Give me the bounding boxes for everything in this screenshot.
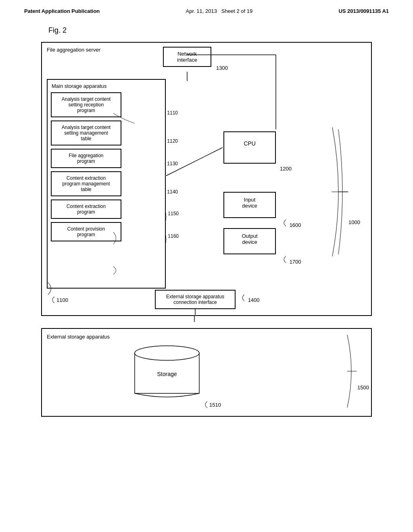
ref-1510-area: 1510: [201, 401, 221, 409]
ext-storage-interface-label: External storage apparatusconnection int…: [166, 294, 224, 305]
ref-1500-area: 1500: [345, 333, 369, 409]
bracket-1400-icon: [238, 294, 246, 302]
prog-1140-text: Content extractionprogram managementtabl…: [62, 175, 110, 192]
prog-1120-text: Analysis target contentsetting managemen…: [62, 125, 111, 141]
prog-1140: Content extractionprogram managementtabl…: [51, 171, 121, 196]
prog-1130-text: File aggregationprogram: [69, 153, 103, 164]
input-device-label: Inputdevice: [242, 197, 257, 209]
prog-1150-text: Content extractionprogram: [67, 204, 106, 215]
ref-1100-area: 1100: [48, 296, 68, 304]
input-device-box: Inputdevice: [223, 192, 276, 218]
header-left: Patent Application Publication: [24, 8, 100, 14]
ref-1130: 1130: [167, 161, 178, 166]
ext-storage-box: External storage apparatus Storage 1510: [41, 328, 372, 417]
ref-1400-text: 1400: [248, 297, 260, 303]
prog-1150: Content extractionprogram: [51, 200, 121, 219]
main-storage-box: Main storage apparatus Analysis target c…: [47, 79, 166, 289]
ref-1000-area: 1000: [336, 127, 360, 256]
ref-1160: 1160: [168, 233, 179, 239]
prog-box-1110: Analysis target contentsetting reception…: [51, 92, 162, 117]
bracket-1500-icon: [345, 333, 357, 409]
prog-box-1150: Content extractionprogram } 1150: [51, 200, 162, 219]
ref-1700: 1700: [280, 256, 301, 265]
ref-1120: 1120: [167, 138, 178, 144]
prog-1160-text: Content provisionprogram: [67, 226, 105, 237]
ref-1500: 1500: [357, 384, 369, 391]
ref-1510: 1510: [209, 402, 221, 408]
ref-1600-text: 1600: [290, 222, 301, 228]
fig-label: Fig. 2: [48, 26, 389, 35]
header-center: Apr. 11, 2013 Sheet 2 of 19: [186, 8, 253, 14]
prog-1130: File aggregationprogram: [51, 149, 121, 168]
server-box: File aggregation server: [41, 42, 372, 316]
ref-1700-text: 1700: [290, 259, 301, 265]
cpu-label: CPU: [244, 140, 256, 147]
ext-storage-label: External storage apparatus: [47, 334, 110, 340]
ref-1300: 1300: [216, 65, 228, 71]
bracket-1600-icon: [280, 219, 288, 227]
prog-1160: Content provisionprogram: [51, 222, 121, 241]
prog-box-1160: Content provisionprogram } 1160: [51, 222, 162, 241]
inter-box-connector: [41, 316, 372, 322]
bracket-1700-icon: [280, 256, 288, 264]
ref-1400: 1400: [238, 294, 260, 303]
header: Patent Application Publication Apr. 11, …: [24, 8, 389, 14]
svg-point-9: [135, 346, 199, 360]
output-device-label: Outputdevice: [242, 233, 257, 245]
prog-1110: Analysis target contentsetting reception…: [51, 92, 121, 117]
ext-storage-interface-box: External storage apparatusconnection int…: [155, 290, 236, 309]
bracket-1150: }: [165, 212, 167, 220]
bracket-1160: }: [165, 234, 167, 243]
diagram: File aggregation server: [41, 42, 372, 417]
page: Patent Application Publication Apr. 11, …: [0, 0, 413, 425]
bracket-1000-icon: [336, 127, 348, 256]
ref-1150: 1150: [168, 211, 179, 216]
prog-1110-text: Analysis target contentsetting reception…: [62, 96, 111, 113]
bracket-1100-icon: [48, 296, 56, 304]
header-right: US 2013/0091135 A1: [338, 8, 389, 14]
output-device-box: Outputdevice: [223, 228, 276, 254]
ref-1100: 1100: [56, 297, 68, 303]
network-interface-box: Networkinterface: [163, 47, 211, 67]
main-storage-label: Main storage apparatus: [52, 83, 162, 89]
storage-cylinder: Storage: [131, 343, 203, 403]
prog-box-1120: Analysis target contentsetting managemen…: [51, 121, 162, 145]
ref-1140: 1140: [167, 189, 178, 195]
header-date: Apr. 11, 2013: [186, 8, 217, 14]
bracket-1510-icon: [201, 401, 209, 409]
svg-text:Storage: Storage: [157, 371, 177, 377]
server-label: File aggregation server: [47, 47, 100, 53]
header-sheet: Sheet 2 of 19: [221, 8, 252, 14]
ref-1600: 1600: [280, 219, 301, 228]
prog-1120: Analysis target contentsetting managemen…: [51, 121, 121, 145]
ref-1200: 1200: [280, 166, 292, 172]
inter-box-line: [41, 316, 372, 322]
prog-box-1140: Content extractionprogram managementtabl…: [51, 171, 162, 196]
cpu-box: CPU: [223, 131, 276, 164]
ref-1110: 1110: [167, 110, 178, 116]
ref-1000: 1000: [348, 219, 360, 225]
network-interface-label: Networkinterface: [177, 51, 197, 63]
prog-box-1130: File aggregationprogram 1130: [51, 149, 162, 168]
